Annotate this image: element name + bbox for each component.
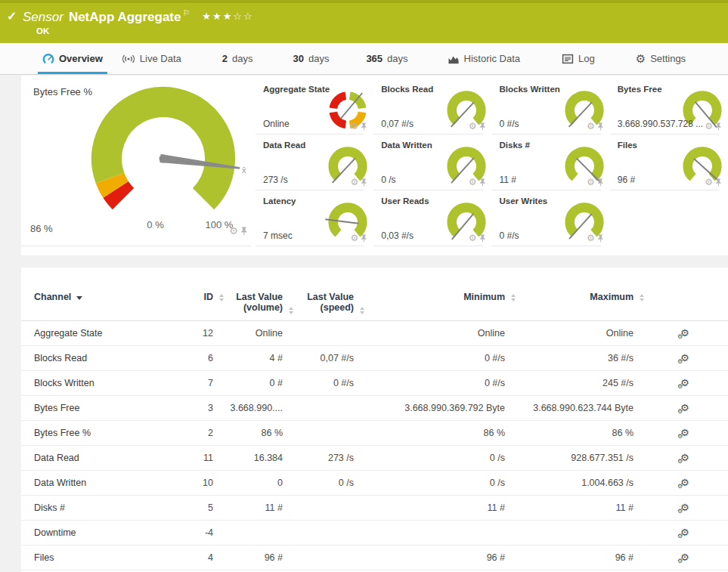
channel-last-value-volume: 86 % <box>213 428 283 438</box>
channel-settings-gears-icon[interactable]: ⚙⚙ <box>680 353 689 363</box>
tile-settings-gear-icon[interactable]: ⚙ <box>350 122 358 131</box>
pin-icon[interactable] <box>597 234 604 243</box>
tab-30-days[interactable]: 30 days <box>293 43 329 74</box>
tile-title: Aggregate State <box>263 85 330 94</box>
pin-icon[interactable] <box>597 178 604 187</box>
tile-title: Bytes Free <box>618 85 662 94</box>
tile-settings-gear-icon[interactable]: ⚙ <box>587 178 595 187</box>
channel-table-row: Bytes Free % 2 86 % 86 % 86 % ⚙⚙ <box>21 421 728 446</box>
channel-last-value-volume: 0 # <box>213 378 283 388</box>
channel-maximum: 96 # <box>505 552 634 563</box>
channel-name[interactable]: Aggregate State <box>21 328 189 339</box>
pin-icon[interactable] <box>715 178 722 187</box>
status-badge: OK <box>36 26 49 36</box>
channel-name[interactable]: Blocks Written <box>21 378 189 388</box>
channel-name[interactable]: Downtime <box>21 527 189 538</box>
tab-365-days[interactable]: 365 days <box>366 43 407 74</box>
tile-settings-gear-icon[interactable]: ⚙ <box>469 178 477 187</box>
tile-settings-gear-icon[interactable]: ⚙ <box>705 122 713 131</box>
channel-last-value-volume: 3.668.990.... <box>213 403 283 413</box>
tile-value: 0,07 #/s <box>381 119 414 129</box>
channel-settings-gears-icon[interactable]: ⚙⚙ <box>680 502 689 513</box>
tile-settings-gear-icon[interactable]: ⚙ <box>469 233 477 243</box>
pin-icon[interactable] <box>479 122 486 131</box>
tile-settings-gear-icon[interactable]: ⚙ <box>587 233 595 243</box>
channel-id: 3 <box>189 403 213 413</box>
channel-settings-gears-icon[interactable]: ⚙⚙ <box>680 378 689 388</box>
tile-value: 3.668.990.537.728 ... <box>618 119 703 129</box>
sensor-status-bar: ✓ SensorNetApp Aggregate⚐★★★☆☆ OK <box>0 0 728 43</box>
pin-icon[interactable] <box>479 178 486 187</box>
channel-id: 2 <box>189 428 213 438</box>
column-header-channel[interactable]: Channel <box>21 292 189 302</box>
channel-table-row: Bytes Free 3 3.668.990.... 3.668.990.369… <box>21 396 728 421</box>
column-header-maximum[interactable]: Maximum <box>505 292 634 302</box>
channel-gauge-tile: Blocks Written 0 #/s ⚙ <box>492 79 610 134</box>
tab-historic-data[interactable]: Historic Data <box>448 43 520 74</box>
flag-icon[interactable]: ⚐ <box>182 8 190 17</box>
pin-icon[interactable] <box>715 122 722 131</box>
tab-settings[interactable]: ⚙ Settings <box>636 43 686 74</box>
tile-aggregate-state: Aggregate State Online ⚙ <box>256 79 373 134</box>
channel-name[interactable]: Disks # <box>21 502 189 513</box>
channel-gauge-tile: Latency 7 msec ⚙ <box>256 190 373 246</box>
pin-icon[interactable] <box>597 122 604 131</box>
channel-id: 7 <box>189 378 213 388</box>
channel-minimum: 86 % <box>354 428 505 438</box>
tile-settings-gear-icon[interactable]: ⚙ <box>350 178 358 187</box>
channel-table-row: Data Written 10 0 0 /s 0 /s 1.004.663 /s… <box>21 471 728 496</box>
channel-maximum: 245 #/s <box>505 378 634 388</box>
tile-settings-gear-icon[interactable]: ⚙ <box>587 122 595 131</box>
channel-settings-gears-icon[interactable]: ⚙⚙ <box>680 428 689 438</box>
channel-table-row: Blocks Written 7 0 # 0 #/s 0 #/s 245 #/s… <box>21 371 728 396</box>
pin-icon[interactable] <box>361 122 367 131</box>
channel-maximum: 11 # <box>505 502 634 513</box>
bytes-free-gauge: x̄ <box>80 85 246 219</box>
column-header-minimum[interactable]: Minimum <box>354 292 505 302</box>
channel-settings-gears-icon[interactable]: ⚙⚙ <box>680 478 689 488</box>
pin-icon[interactable] <box>361 178 367 187</box>
pin-icon[interactable] <box>361 234 367 243</box>
tile-settings-gear-icon[interactable]: ⚙ <box>469 122 477 131</box>
channel-name[interactable]: Files <box>21 552 189 563</box>
channel-settings-gears-icon[interactable]: ⚙⚙ <box>680 552 689 563</box>
channel-id: 11 <box>189 453 213 463</box>
tab-live-data[interactable]: Live Data <box>122 43 181 74</box>
channel-last-value-speed: 0 /s <box>283 478 354 488</box>
channel-name[interactable]: Bytes Free <box>21 403 189 413</box>
tile-settings-gear-icon[interactable]: ⚙ <box>350 233 358 243</box>
tile-settings-gear-icon[interactable]: ⚙ <box>705 178 713 187</box>
tile-value: 7 msec <box>263 230 293 241</box>
channel-name[interactable]: Data Read <box>21 453 189 463</box>
channel-maximum: 1.004.663 /s <box>505 478 634 488</box>
channel-settings-gears-icon[interactable]: ⚙⚙ <box>680 328 689 339</box>
sensor-word: Sensor <box>23 10 64 24</box>
channel-last-value-volume: 11 # <box>213 502 283 513</box>
gauge-settings-gear-icon[interactable]: ⚙ <box>229 226 238 236</box>
tab-2-days[interactable]: 2 days <box>222 43 253 74</box>
column-header-last-value-speed[interactable]: Last Value(speed) <box>283 292 354 313</box>
channel-gauge-tile: Disks # 11 # ⚙ <box>492 134 610 190</box>
pin-icon[interactable] <box>479 234 486 243</box>
channel-name[interactable]: Data Written <box>21 478 189 488</box>
channel-settings-gears-icon[interactable]: ⚙⚙ <box>680 403 689 413</box>
sort-arrows-icon <box>640 294 644 301</box>
channel-last-value-volume: 4 # <box>213 353 283 363</box>
sort-arrows-icon <box>360 307 364 314</box>
channel-last-value-volume: 16.384 <box>213 453 283 463</box>
log-icon <box>562 54 574 64</box>
tile-title: Files <box>618 141 637 150</box>
tab-log[interactable]: Log <box>562 43 595 74</box>
main-gauge-value: 86 % <box>30 223 53 234</box>
channel-name[interactable]: Blocks Read <box>21 353 189 363</box>
tab-overview[interactable]: Overview <box>42 43 103 74</box>
pin-icon[interactable] <box>240 227 248 236</box>
channel-settings-gears-icon[interactable]: ⚙⚙ <box>680 453 689 463</box>
priority-stars[interactable]: ★★★☆☆ <box>202 11 253 22</box>
column-header-id[interactable]: ID <box>189 292 213 302</box>
channel-table-row: Blocks Read 6 4 # 0,07 #/s 0 #/s 36 #/s … <box>21 346 728 371</box>
column-header-last-value-volume[interactable]: Last Value(volume) <box>213 292 283 313</box>
channel-minimum: 3.668.990.369.792 Byte <box>354 403 505 413</box>
channel-name[interactable]: Bytes Free % <box>21 428 189 438</box>
channel-settings-gears-icon[interactable]: ⚙⚙ <box>680 527 689 538</box>
